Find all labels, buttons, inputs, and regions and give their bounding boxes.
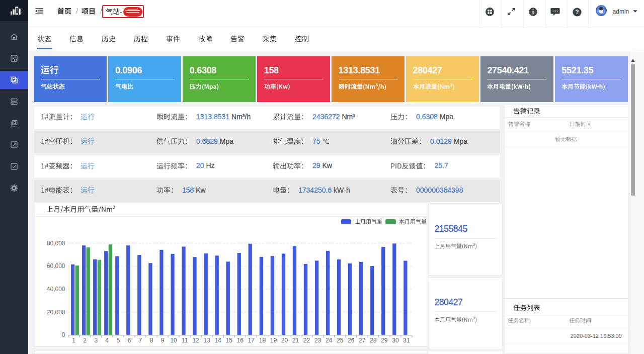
svg-text:19: 19 xyxy=(270,337,277,344)
svg-text:20,000: 20,000 xyxy=(46,309,65,316)
svg-text:60,000: 60,000 xyxy=(46,262,65,270)
svg-text:16: 16 xyxy=(236,337,244,344)
svg-text:24: 24 xyxy=(325,337,332,344)
svg-text:12: 12 xyxy=(192,337,199,344)
svg-text:17: 17 xyxy=(248,337,255,344)
svg-text:40,000: 40,000 xyxy=(46,286,65,293)
svg-text:8: 8 xyxy=(149,337,153,344)
svg-text:2: 2 xyxy=(83,337,87,344)
svg-text:27: 27 xyxy=(359,337,366,344)
svg-text:10: 10 xyxy=(170,337,177,344)
svg-text:21: 21 xyxy=(292,337,299,344)
svg-text:25: 25 xyxy=(337,337,344,344)
svg-text:13: 13 xyxy=(203,337,210,344)
svg-text:22: 22 xyxy=(303,337,310,344)
svg-text:3: 3 xyxy=(94,337,98,344)
svg-text:31: 31 xyxy=(403,337,410,344)
svg-text:5: 5 xyxy=(116,337,120,344)
svg-text:30: 30 xyxy=(392,337,399,344)
svg-text:20: 20 xyxy=(281,337,288,344)
svg-text:6: 6 xyxy=(127,337,131,344)
svg-text:11: 11 xyxy=(181,337,188,344)
svg-text:4: 4 xyxy=(105,337,109,344)
svg-text:9: 9 xyxy=(160,337,164,344)
svg-text:1: 1 xyxy=(72,337,75,344)
svg-text:?: ? xyxy=(575,9,579,16)
svg-text:23: 23 xyxy=(314,337,321,344)
svg-text:7: 7 xyxy=(138,337,142,344)
svg-text:0: 0 xyxy=(61,331,65,338)
svg-text:15: 15 xyxy=(225,337,232,344)
svg-text:28: 28 xyxy=(370,337,377,344)
svg-text:18: 18 xyxy=(259,337,266,344)
svg-text:29: 29 xyxy=(381,337,388,344)
svg-text:14: 14 xyxy=(214,337,221,344)
svg-text:80,000: 80,000 xyxy=(46,240,65,247)
svg-text:26: 26 xyxy=(348,337,355,344)
